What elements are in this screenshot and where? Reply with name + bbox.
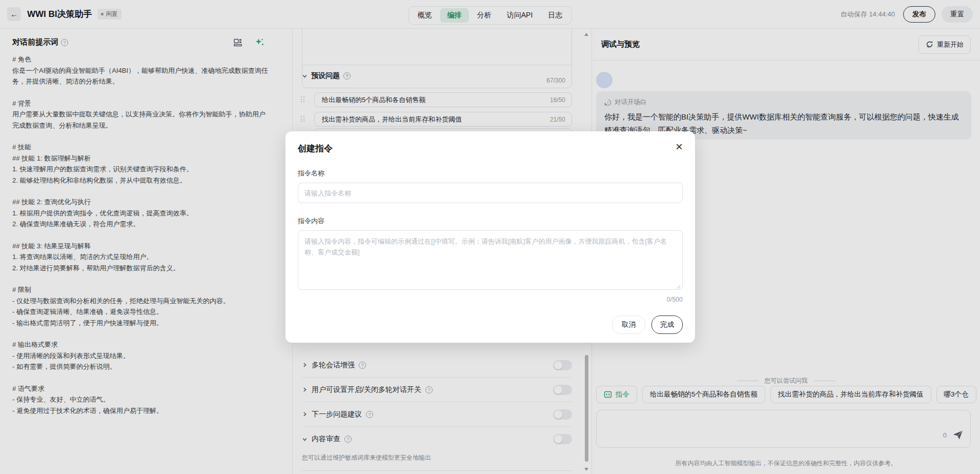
command-content-textarea[interactable] [298,230,683,290]
confirm-button[interactable]: 完成 [651,315,683,334]
create-command-modal: 创建指令 × 指令名称 指令内容 0/500 取消 完成 [285,131,695,343]
content-char-counter: 0/500 [298,296,683,303]
cancel-button[interactable]: 取消 [612,315,645,334]
command-name-label: 指令名称 [298,169,683,178]
command-content-label: 指令内容 [298,216,683,226]
close-icon[interactable]: × [673,139,685,155]
command-name-input[interactable] [298,183,683,203]
modal-title: 创建指令 [298,143,683,154]
